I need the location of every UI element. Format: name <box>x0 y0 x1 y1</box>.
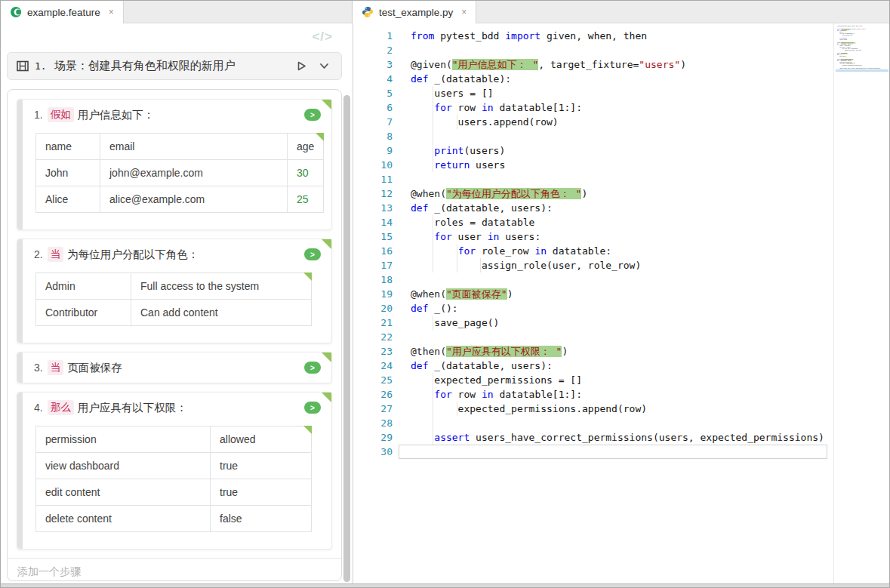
table-cell[interactable]: Contributor <box>36 300 131 326</box>
step-text[interactable]: 为每位用户分配以下角色： <box>67 248 199 262</box>
table-cell[interactable]: view dashboard <box>36 453 211 479</box>
code-line[interactable]: 12@when("为每位用户分配以下角色： ") <box>353 186 889 201</box>
code-line[interactable]: 25 expected_permissions = [] <box>353 373 889 387</box>
code-content: print(users) <box>411 143 505 158</box>
table-cell[interactable]: allowed <box>211 426 312 453</box>
line-number: 6 <box>353 100 393 115</box>
step-text[interactable]: 用户信息如下： <box>78 108 155 122</box>
tab-test-example-py[interactable]: test_example.py × <box>353 1 476 23</box>
code-line[interactable]: 14 roles = datatable <box>353 215 889 229</box>
step-run-badge[interactable]: > <box>304 109 321 121</box>
code-content: for user in users: <box>411 229 540 244</box>
python-icon <box>362 6 374 18</box>
step-corner-marker <box>322 239 331 249</box>
code-line[interactable]: 3@given("用户信息如下： ", target_fixture="user… <box>353 57 889 72</box>
table-row: view dashboardtrue <box>36 453 312 479</box>
step-header: 1.假如用户信息如下：> <box>23 100 331 128</box>
step-keyword: 假如 <box>48 107 74 122</box>
code-line[interactable]: 17 assign_role(user, role_row) <box>353 258 889 272</box>
step-card[interactable]: 3.当页面被保存> <box>17 352 332 383</box>
step-data-table: permissionallowedview dashboardtrueedit … <box>35 426 312 532</box>
code-line[interactable]: 7 users.append(row) <box>353 115 889 129</box>
code-line[interactable]: 11 <box>353 172 889 186</box>
line-number: 17 <box>353 258 393 272</box>
add-step-input[interactable]: 添加一个步骤 <box>8 558 341 588</box>
code-content: for role_row in datatable: <box>411 244 611 258</box>
code-line[interactable]: 9 print(users) <box>353 143 889 158</box>
step-run-badge[interactable]: > <box>304 402 321 414</box>
table-cell[interactable]: john@example.com <box>100 160 288 186</box>
table-cell[interactable]: false <box>211 506 312 532</box>
table-cell[interactable]: John <box>36 160 100 186</box>
code-content: from pytest_bdd import given, when, then <box>411 29 647 43</box>
table-cell[interactable]: Alice <box>36 186 100 213</box>
minimap[interactable]: from pytest_bdd import given, when, then… <box>833 23 889 583</box>
code-line[interactable]: 18 <box>353 272 889 287</box>
step-text[interactable]: 页面被保存 <box>67 361 122 375</box>
step-text[interactable]: 用户应具有以下权限： <box>78 401 187 415</box>
indent-guide <box>433 258 433 272</box>
table-cell[interactable]: true <box>211 479 312 506</box>
collapse-chevron-icon[interactable] <box>316 58 332 75</box>
code-line[interactable]: 8 <box>353 129 889 143</box>
table-cell[interactable]: alice@example.com <box>100 186 288 213</box>
scenario-header[interactable]: 1. 场景：创建具有角色和权限的新用户 <box>7 52 342 80</box>
step-table-wrap: permissionallowedview dashboardtrueedit … <box>35 426 312 532</box>
code-line[interactable]: 15 for user in users: <box>353 229 889 244</box>
table-cell[interactable]: email <box>100 134 288 160</box>
code-line[interactable]: 24def _(datatable, users): <box>353 359 889 373</box>
run-scenario-button[interactable] <box>293 58 309 75</box>
view-source-toggle-icon[interactable]: </> <box>312 29 333 45</box>
line-number: 4 <box>353 72 393 86</box>
tab-example-feature[interactable]: example.feature × <box>1 1 124 23</box>
indent-guide <box>433 143 433 158</box>
line-number: 24 <box>353 359 393 373</box>
code-line[interactable]: 22 <box>353 330 889 344</box>
indent-guide <box>457 258 457 272</box>
code-line[interactable]: 10 return users <box>353 158 889 172</box>
code-line[interactable]: 23@then("用户应具有以下权限： ") <box>353 344 889 359</box>
step-number: 1. <box>34 109 43 121</box>
code-line[interactable]: 19@when("页面被保存") <box>353 287 889 301</box>
code-line[interactable]: 27 expected_permissions.append(row) <box>353 402 889 416</box>
table-cell[interactable]: name <box>36 134 100 160</box>
step-card[interactable]: 2.当为每位用户分配以下角色：>AdminFull access to the … <box>17 239 332 343</box>
code-editor[interactable]: 1from pytest_bdd import given, when, the… <box>353 23 889 459</box>
code-line[interactable]: 1from pytest_bdd import given, when, the… <box>353 29 889 43</box>
table-cell[interactable]: Can add content <box>131 300 312 326</box>
code-content: save_page() <box>411 316 499 330</box>
table-cell[interactable]: edit content <box>36 479 211 506</box>
code-content: @given("用户信息如下： ", target_fixture="users… <box>411 57 686 72</box>
table-cell[interactable]: 25 <box>288 186 324 213</box>
code-line[interactable]: 5 users = [] <box>353 86 889 100</box>
step-table-wrap: AdminFull access to the systemContributo… <box>35 272 312 326</box>
code-line[interactable]: 21 save_page() <box>353 316 889 330</box>
table-cell[interactable]: true <box>211 453 312 479</box>
code-line[interactable]: 6 for row in datatable[1:]: <box>353 100 889 115</box>
code-line[interactable]: 28 <box>353 416 889 430</box>
code-line[interactable]: 20def _(): <box>353 301 889 316</box>
table-cell[interactable]: Admin <box>36 273 131 300</box>
close-icon[interactable]: × <box>109 7 114 17</box>
left-panel-scrollbar[interactable] <box>343 95 350 582</box>
code-line[interactable]: 16 for role_row in datatable: <box>353 244 889 258</box>
step-card[interactable]: 4.那么用户应具有以下权限：>permissionallowedview das… <box>17 392 332 550</box>
table-row: ContributorCan add content <box>36 300 312 326</box>
step-card[interactable]: 1.假如用户信息如下：>nameemailageJohnjohn@example… <box>17 99 332 230</box>
table-cell[interactable]: 30 <box>288 160 324 186</box>
step-run-badge[interactable]: > <box>304 362 321 374</box>
code-line[interactable]: 2 <box>353 43 889 57</box>
indent-guide <box>433 100 433 115</box>
code-line[interactable]: 29 assert users_have_correct_permissions… <box>353 430 889 445</box>
table-row: permissionallowed <box>36 426 312 453</box>
table-cell[interactable]: permission <box>36 426 211 453</box>
code-line[interactable]: 13def _(datatable, users): <box>353 201 889 215</box>
table-cell[interactable]: delete content <box>36 506 211 532</box>
code-content: return users <box>411 158 505 172</box>
code-line[interactable]: 4def _(datatable): <box>353 72 889 86</box>
line-number: 30 <box>353 445 393 459</box>
code-line[interactable]: 26 for row in datatable[1:]: <box>353 387 889 402</box>
table-cell[interactable]: Full access to the system <box>131 273 312 300</box>
close-icon[interactable]: × <box>461 7 467 17</box>
step-run-badge[interactable]: > <box>304 248 321 260</box>
